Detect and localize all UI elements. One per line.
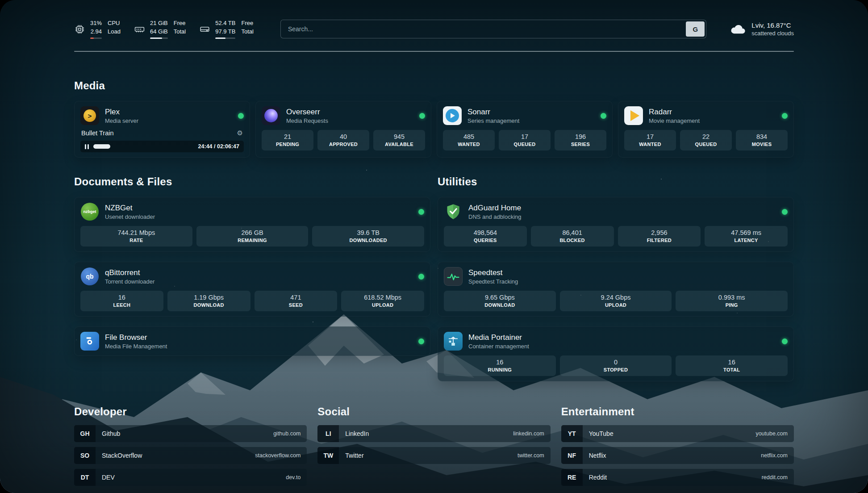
section-title-entertainment: Entertainment	[561, 405, 794, 418]
bookmark-dev[interactable]: DT DEV dev.to	[74, 469, 307, 486]
section-title-utilities: Utilities	[438, 175, 794, 188]
disk-labels: Free Total	[241, 19, 253, 38]
weather-text: Lviv, 16.87°C scattered clouds	[751, 21, 794, 37]
stat-box: 22 QUEUED	[680, 130, 732, 150]
service-desc: Speedtest Tracking	[468, 278, 518, 285]
stat-box: 47.569 ms LATENCY	[705, 226, 788, 246]
playback-progress	[93, 144, 110, 149]
stat-box: 17 QUEUED	[499, 130, 551, 150]
qbittorrent-icon: qb	[80, 267, 99, 286]
stat-box: 40 APPROVED	[317, 130, 369, 150]
stat-box: 9.65 Gbps DOWNLOAD	[444, 291, 556, 311]
status-dot	[419, 113, 425, 119]
bookmark-netflix[interactable]: NF Netflix netflix.com	[561, 447, 794, 464]
section-title-social: Social	[317, 405, 550, 418]
search-provider-button[interactable]: G	[686, 21, 705, 37]
card-filebrowser[interactable]: File Browser Media File Management	[74, 326, 430, 356]
memory-values: 21 GiB 64 GiB	[150, 19, 168, 38]
bookmark-youtube[interactable]: YT YouTube youtube.com	[561, 425, 794, 442]
section-title-media: Media	[74, 79, 794, 92]
stat-box: 744.21 Mbps RATE	[80, 226, 192, 246]
disk-usage-bar	[215, 38, 235, 39]
playback-track[interactable]	[93, 144, 194, 149]
playback-time: 24:44 / 02:06:47	[198, 143, 239, 150]
cpu-percent: 31%	[90, 19, 102, 27]
stat-box: 39.6 TB DOWNLOADED	[312, 226, 424, 246]
card-qbittorrent[interactable]: qb qBittorrent Torrent downloader 16	[74, 262, 430, 317]
cpu-usage-bar	[90, 38, 102, 39]
service-desc: Media Requests	[286, 117, 328, 124]
stat-box: 17 WANTED	[624, 130, 676, 150]
service-name: Overseerr	[286, 108, 328, 117]
card-nzbget[interactable]: nzbget NZBGet Usenet downloader 744.21 M…	[74, 197, 430, 252]
service-name: Speedtest	[468, 268, 518, 277]
status-dot	[238, 113, 244, 119]
search-container: G	[280, 20, 706, 38]
stat-box: 498,564 QUERIES	[444, 226, 527, 246]
stat-box: 2,956 FILTERED	[618, 226, 701, 246]
bookmarks-entertainment: Entertainment YT YouTube youtube.com NF …	[561, 405, 794, 486]
status-dot	[782, 113, 788, 119]
disk-widget: 52.4 TB 97.9 TB Free Total	[199, 19, 254, 38]
filebrowser-icon	[80, 332, 99, 351]
system-resources: 31% 2.94 CPU Load	[74, 19, 254, 38]
search-bar[interactable]: G	[280, 20, 706, 38]
card-speedtest[interactable]: Speedtest Speedtest Tracking 9.65 Gbps D…	[438, 262, 794, 317]
bookmark-twitter[interactable]: TW Twitter twitter.com	[317, 447, 550, 464]
playback-bar[interactable]: 24:44 / 02:06:47	[80, 141, 244, 152]
bookmark-github[interactable]: GH Github github.com	[74, 425, 307, 442]
card-portainer[interactable]: Media Portainer Container management 16 …	[438, 326, 794, 381]
search-input[interactable]	[282, 25, 686, 33]
cpu-load-value: 2.94	[90, 28, 102, 36]
cpu-labels: CPU Load	[108, 19, 121, 38]
service-name: Plex	[105, 108, 138, 117]
card-adguard[interactable]: AdGuard Home DNS and adblocking 498,564 …	[438, 197, 794, 252]
portainer-icon	[444, 332, 463, 351]
memory-usage-bar	[150, 38, 168, 39]
bookmark-linkedin[interactable]: LI LinkedIn linkedin.com	[317, 425, 550, 442]
service-desc: DNS and adblocking	[468, 213, 522, 220]
stat-box: 0.993 ms PING	[676, 291, 788, 311]
service-desc: Movie management	[649, 117, 700, 124]
service-name: NZBGet	[105, 204, 155, 213]
nzbget-icon: nzbget	[80, 202, 99, 221]
service-desc: Media File Management	[105, 343, 167, 350]
service-name: File Browser	[105, 333, 167, 342]
weather-condition: scattered clouds	[751, 30, 794, 37]
dashboard-content: 31% 2.94 CPU Load	[74, 0, 794, 486]
service-name: AdGuard Home	[468, 204, 522, 213]
card-radarr[interactable]: Radarr Movie management 17 WANTED 22 QUE…	[618, 101, 794, 158]
snow-specks	[0, 0, 1, 1]
card-overseerr[interactable]: Overseerr Media Requests 21 PENDING 40 A…	[255, 101, 431, 158]
status-dot	[601, 113, 606, 119]
service-name: Media Portainer	[468, 333, 529, 342]
cpu-values: 31% 2.94	[90, 19, 102, 38]
stat-box: 1.19 Gbps DOWNLOAD	[167, 291, 250, 311]
service-name: qBittorrent	[105, 268, 154, 277]
stat-box: 16 RUNNING	[444, 355, 556, 376]
bookmark-stackoverflow[interactable]: SO StackOverflow stackoverflow.com	[74, 447, 307, 464]
status-dot	[418, 338, 424, 344]
memory-labels: Free Total	[174, 19, 186, 38]
service-name: Sonarr	[467, 108, 519, 117]
card-plex[interactable]: > Plex Media server Bullet Train ⚙	[74, 101, 250, 158]
section-utilities: Utilities	[438, 175, 794, 381]
stat-box: 9.24 Gbps UPLOAD	[560, 291, 672, 311]
pause-icon[interactable]	[85, 144, 89, 149]
bookmark-reddit[interactable]: RE Reddit reddit.com	[561, 469, 794, 486]
cpu-widget: 31% 2.94 CPU Load	[74, 19, 121, 38]
stat-box: 485 WANTED	[443, 130, 495, 150]
stat-box: 86,401 BLOCKED	[531, 226, 614, 246]
card-sonarr[interactable]: Sonarr Series management 485 WANTED 17 Q…	[437, 101, 613, 158]
service-desc: Media server	[105, 117, 138, 124]
media-grid: > Plex Media server Bullet Train ⚙	[74, 101, 794, 158]
stat-box: 196 SERIES	[555, 130, 606, 150]
service-desc: Series management	[467, 117, 519, 124]
stat-box: 834 MOVIES	[736, 130, 788, 150]
gear-icon[interactable]: ⚙	[237, 129, 243, 137]
stat-box: 16 TOTAL	[676, 355, 788, 376]
status-dot	[418, 209, 424, 215]
service-desc: Usenet downloader	[105, 213, 155, 220]
weather-location: Lviv, 16.87°C	[751, 21, 794, 29]
cloud-icon	[730, 23, 746, 35]
